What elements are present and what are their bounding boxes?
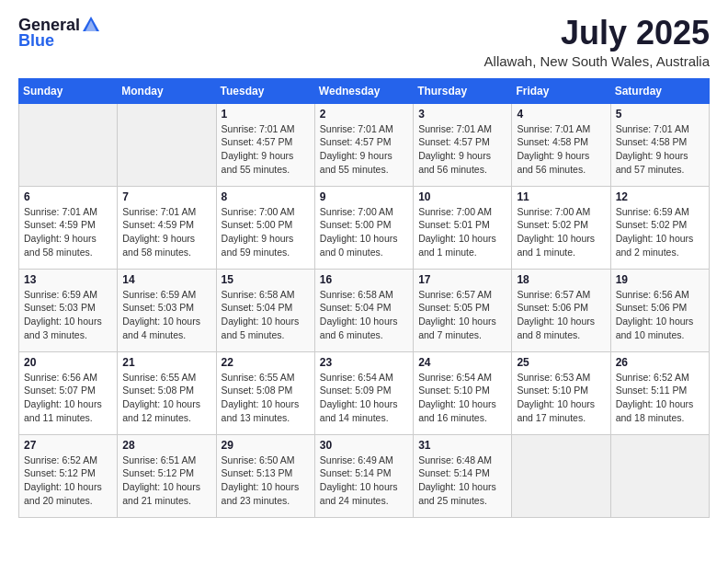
day-info: Sunrise: 6:59 AM Sunset: 5:02 PM Dayligh… xyxy=(616,205,704,259)
day-info: Sunrise: 6:57 AM Sunset: 5:06 PM Dayligh… xyxy=(517,288,605,342)
day-info: Sunrise: 6:48 AM Sunset: 5:14 PM Dayligh… xyxy=(418,454,506,508)
day-number: 21 xyxy=(122,356,210,369)
title-block: July 2025 Allawah, New South Wales, Aust… xyxy=(484,15,710,69)
day-number: 22 xyxy=(222,356,310,369)
day-number: 27 xyxy=(24,439,112,452)
weekday-header-friday: Friday xyxy=(512,78,610,103)
day-info: Sunrise: 6:57 AM Sunset: 5:05 PM Dayligh… xyxy=(418,288,506,342)
day-number: 2 xyxy=(320,108,408,121)
day-number: 17 xyxy=(418,273,506,286)
calendar-cell: 16Sunrise: 6:58 AM Sunset: 5:04 PM Dayli… xyxy=(314,269,413,351)
day-number: 13 xyxy=(24,273,112,286)
calendar-table: SundayMondayTuesdayWednesdayThursdayFrid… xyxy=(18,78,710,518)
calendar-cell: 6Sunrise: 7:01 AM Sunset: 4:59 PM Daylig… xyxy=(19,186,118,269)
calendar-cell: 26Sunrise: 6:52 AM Sunset: 5:11 PM Dayli… xyxy=(610,351,709,434)
day-number: 11 xyxy=(517,190,605,203)
day-info: Sunrise: 6:55 AM Sunset: 5:08 PM Dayligh… xyxy=(122,371,210,425)
day-info: Sunrise: 6:59 AM Sunset: 5:03 PM Dayligh… xyxy=(122,288,210,342)
day-info: Sunrise: 6:54 AM Sunset: 5:09 PM Dayligh… xyxy=(320,371,408,425)
day-number: 26 xyxy=(616,356,704,369)
calendar-cell: 4Sunrise: 7:01 AM Sunset: 4:58 PM Daylig… xyxy=(512,103,610,186)
day-number: 12 xyxy=(616,190,704,203)
calendar-cell: 7Sunrise: 7:01 AM Sunset: 4:59 PM Daylig… xyxy=(118,186,216,269)
day-number: 9 xyxy=(320,190,408,203)
day-info: Sunrise: 6:52 AM Sunset: 5:12 PM Dayligh… xyxy=(24,454,112,508)
calendar-header-row: SundayMondayTuesdayWednesdayThursdayFrid… xyxy=(19,78,710,103)
logo-blue-text: Blue xyxy=(18,31,54,51)
day-info: Sunrise: 7:01 AM Sunset: 4:59 PM Dayligh… xyxy=(24,205,112,259)
weekday-header-thursday: Thursday xyxy=(414,78,512,103)
day-info: Sunrise: 7:01 AM Sunset: 4:59 PM Dayligh… xyxy=(122,205,210,259)
calendar-cell: 23Sunrise: 6:54 AM Sunset: 5:09 PM Dayli… xyxy=(314,351,413,434)
day-info: Sunrise: 7:01 AM Sunset: 4:57 PM Dayligh… xyxy=(418,122,506,177)
calendar-cell xyxy=(19,103,118,186)
calendar-cell: 11Sunrise: 7:00 AM Sunset: 5:02 PM Dayli… xyxy=(512,186,610,269)
day-number: 5 xyxy=(616,108,704,121)
day-number: 6 xyxy=(24,190,112,203)
calendar-cell xyxy=(118,103,216,186)
day-number: 10 xyxy=(418,190,506,203)
day-number: 8 xyxy=(222,190,310,203)
month-title: July 2025 xyxy=(484,15,710,52)
calendar-cell: 2Sunrise: 7:01 AM Sunset: 4:57 PM Daylig… xyxy=(314,103,413,186)
day-info: Sunrise: 7:01 AM Sunset: 4:57 PM Dayligh… xyxy=(320,122,408,177)
page-header: General Blue July 2025 Allawah, New Sout… xyxy=(18,15,710,69)
day-info: Sunrise: 6:56 AM Sunset: 5:07 PM Dayligh… xyxy=(24,371,112,425)
day-info: Sunrise: 7:00 AM Sunset: 5:00 PM Dayligh… xyxy=(222,205,310,259)
calendar-cell: 31Sunrise: 6:48 AM Sunset: 5:14 PM Dayli… xyxy=(414,434,512,517)
calendar-cell: 3Sunrise: 7:01 AM Sunset: 4:57 PM Daylig… xyxy=(414,103,512,186)
calendar-week-row: 27Sunrise: 6:52 AM Sunset: 5:12 PM Dayli… xyxy=(19,434,710,517)
day-info: Sunrise: 6:51 AM Sunset: 5:12 PM Dayligh… xyxy=(122,454,210,508)
day-info: Sunrise: 6:52 AM Sunset: 5:11 PM Dayligh… xyxy=(616,371,704,425)
weekday-header-sunday: Sunday xyxy=(19,78,118,103)
calendar-cell: 12Sunrise: 6:59 AM Sunset: 5:02 PM Dayli… xyxy=(610,186,709,269)
calendar-cell: 20Sunrise: 6:56 AM Sunset: 5:07 PM Dayli… xyxy=(19,351,118,434)
day-info: Sunrise: 6:58 AM Sunset: 5:04 PM Dayligh… xyxy=(222,288,310,342)
day-number: 24 xyxy=(418,356,506,369)
calendar-cell: 17Sunrise: 6:57 AM Sunset: 5:05 PM Dayli… xyxy=(414,269,512,351)
day-number: 20 xyxy=(24,356,112,369)
calendar-cell: 10Sunrise: 7:00 AM Sunset: 5:01 PM Dayli… xyxy=(414,186,512,269)
day-number: 30 xyxy=(320,439,408,452)
calendar-cell xyxy=(610,434,709,517)
calendar-cell: 9Sunrise: 7:00 AM Sunset: 5:00 PM Daylig… xyxy=(314,186,413,269)
day-number: 31 xyxy=(418,439,506,452)
location-title: Allawah, New South Wales, Australia xyxy=(484,53,710,69)
day-info: Sunrise: 6:59 AM Sunset: 5:03 PM Dayligh… xyxy=(24,288,112,342)
day-info: Sunrise: 7:00 AM Sunset: 5:00 PM Dayligh… xyxy=(320,205,408,259)
calendar-cell: 5Sunrise: 7:01 AM Sunset: 4:58 PM Daylig… xyxy=(610,103,709,186)
day-info: Sunrise: 7:01 AM Sunset: 4:58 PM Dayligh… xyxy=(517,122,605,177)
day-info: Sunrise: 7:00 AM Sunset: 5:02 PM Dayligh… xyxy=(517,205,605,259)
logo: General Blue xyxy=(18,15,102,51)
day-info: Sunrise: 7:01 AM Sunset: 4:58 PM Dayligh… xyxy=(616,122,704,177)
day-info: Sunrise: 6:55 AM Sunset: 5:08 PM Dayligh… xyxy=(222,371,310,425)
day-info: Sunrise: 6:54 AM Sunset: 5:10 PM Dayligh… xyxy=(418,371,506,425)
weekday-header-monday: Monday xyxy=(118,78,216,103)
day-number: 25 xyxy=(517,356,605,369)
day-number: 18 xyxy=(517,273,605,286)
weekday-header-tuesday: Tuesday xyxy=(216,78,314,103)
day-number: 4 xyxy=(517,108,605,121)
calendar-cell: 19Sunrise: 6:56 AM Sunset: 5:06 PM Dayli… xyxy=(610,269,709,351)
calendar-cell: 14Sunrise: 6:59 AM Sunset: 5:03 PM Dayli… xyxy=(118,269,216,351)
day-number: 28 xyxy=(122,439,210,452)
weekday-header-wednesday: Wednesday xyxy=(314,78,413,103)
calendar-cell: 28Sunrise: 6:51 AM Sunset: 5:12 PM Dayli… xyxy=(118,434,216,517)
day-info: Sunrise: 6:50 AM Sunset: 5:13 PM Dayligh… xyxy=(222,454,310,508)
calendar-week-row: 13Sunrise: 6:59 AM Sunset: 5:03 PM Dayli… xyxy=(19,269,710,351)
calendar-week-row: 6Sunrise: 7:01 AM Sunset: 4:59 PM Daylig… xyxy=(19,186,710,269)
calendar-cell xyxy=(512,434,610,517)
calendar-cell: 13Sunrise: 6:59 AM Sunset: 5:03 PM Dayli… xyxy=(19,269,118,351)
day-number: 29 xyxy=(222,439,310,452)
day-number: 7 xyxy=(122,190,210,203)
day-info: Sunrise: 7:00 AM Sunset: 5:01 PM Dayligh… xyxy=(418,205,506,259)
calendar-week-row: 20Sunrise: 6:56 AM Sunset: 5:07 PM Dayli… xyxy=(19,351,710,434)
logo-icon xyxy=(81,15,101,35)
day-number: 15 xyxy=(222,273,310,286)
day-info: Sunrise: 6:49 AM Sunset: 5:14 PM Dayligh… xyxy=(320,454,408,508)
calendar-cell: 24Sunrise: 6:54 AM Sunset: 5:10 PM Dayli… xyxy=(414,351,512,434)
calendar-cell: 25Sunrise: 6:53 AM Sunset: 5:10 PM Dayli… xyxy=(512,351,610,434)
day-number: 14 xyxy=(122,273,210,286)
day-info: Sunrise: 6:56 AM Sunset: 5:06 PM Dayligh… xyxy=(616,288,704,342)
day-info: Sunrise: 6:53 AM Sunset: 5:10 PM Dayligh… xyxy=(517,371,605,425)
